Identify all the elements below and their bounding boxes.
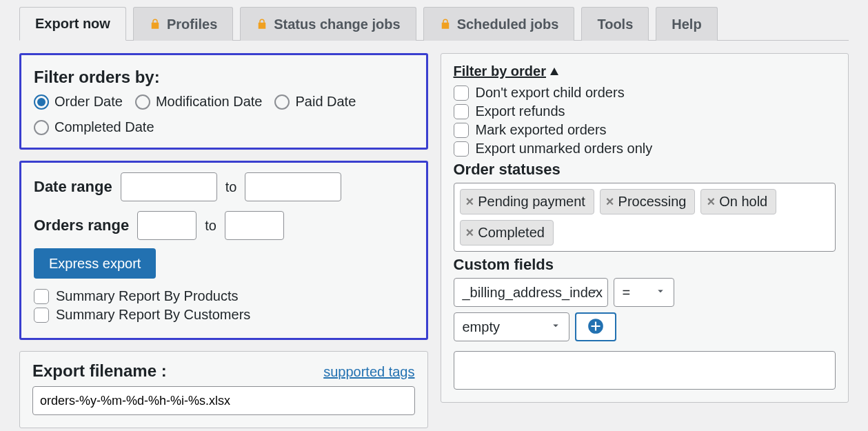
orders-range-to[interactable] [225,211,284,240]
radio-label: Completed Date [54,119,154,135]
tab-label: Profiles [167,17,217,32]
tab-export-now[interactable]: Export now [19,7,126,41]
tab-profiles[interactable]: Profiles [133,7,233,41]
checkbox-icon [454,86,469,101]
export-filename-input[interactable] [32,386,415,415]
plus-circle-icon [587,317,605,337]
checkbox-export-refunds[interactable]: Export refunds [454,103,836,119]
checkbox-icon [454,141,469,157]
tab-label: Scheduled jobs [457,17,559,32]
remove-tag-icon[interactable]: × [466,194,476,210]
checkbox-label: Mark exported orders [476,122,607,138]
checkbox-label: Export refunds [476,103,565,119]
button-label: Express export [49,256,141,271]
radio-paid-date[interactable]: Paid Date [274,94,356,110]
tab-label: Help [672,17,701,32]
tabs: Export now Profiles Status change jobs S… [19,7,849,41]
orders-range-to-label: to [205,218,216,234]
tab-tools[interactable]: Tools [581,7,649,41]
status-label: Processing [618,194,687,210]
radio-order-date[interactable]: Order Date [34,94,123,110]
radio-label: Order Date [54,94,123,110]
date-range-to-label: to [225,179,237,195]
express-export-button[interactable]: Express export [34,248,156,279]
chevron-down-icon [654,285,667,301]
checkbox-summary-products[interactable]: Summary Report By Products [34,288,414,304]
checkbox-summary-customers[interactable]: Summary Report By Customers [34,307,414,323]
lock-icon [439,18,452,30]
checkbox-label: Export unmarked orders only [476,141,653,157]
add-custom-field-button[interactable] [575,312,616,341]
panel-export-filename: Export filename : supported tags [19,351,428,428]
caret-up-icon [550,68,558,75]
status-label: Completed [478,225,545,241]
radio-icon [34,120,49,135]
status-tag: × Completed [460,220,554,245]
order-statuses-box[interactable]: × Pending payment × Processing × On hold… [454,183,836,252]
status-label: On hold [719,194,767,210]
custom-fields-title: Custom fields [454,256,836,274]
tab-label: Status change jobs [274,17,400,32]
checkbox-label: Don't export child orders [476,85,625,101]
orders-range-from[interactable] [137,211,196,240]
custom-field-select[interactable]: _billing_address_index [454,278,608,307]
custom-fields-list [454,351,836,390]
checkbox-mark-exported[interactable]: Mark exported orders [454,122,836,138]
supported-tags-link[interactable]: supported tags [323,364,414,380]
panel-ranges: Date range to Orders range to Express ex… [19,161,428,340]
radio-icon [135,94,150,110]
checkbox-dont-export-child[interactable]: Don't export child orders [454,85,836,101]
checkbox-icon [454,123,469,138]
checkbox-icon [34,289,49,304]
checkbox-export-unmarked-only[interactable]: Export unmarked orders only [454,141,836,157]
remove-tag-icon[interactable]: × [466,225,476,241]
select-value: _billing_address_index [463,285,603,301]
custom-field-value-select[interactable]: empty [454,312,569,341]
tab-label: Export now [35,16,110,32]
radio-label: Paid Date [295,94,356,110]
lock-icon [149,18,161,30]
checkbox-label: Summary Report By Customers [56,307,250,323]
status-tag: × Processing [600,189,696,214]
radio-icon [34,94,49,110]
radio-completed-date[interactable]: Completed Date [34,119,154,135]
radio-label: Modification Date [156,94,263,110]
order-statuses-title: Order statuses [454,161,836,179]
radio-modification-date[interactable]: Modification Date [135,94,263,110]
status-tag: × Pending payment [460,189,594,214]
date-range-from[interactable] [121,172,217,201]
tab-label: Tools [597,17,633,32]
panel-filter-orders-by: Filter orders by: Order Date Modificatio… [19,53,428,150]
filter-by-order-toggle[interactable]: Filter by order [454,63,558,79]
panel-filter-by-order: Filter by order Don't export child order… [441,53,849,403]
section-title: Filter by order [454,63,546,79]
custom-field-operator-select[interactable]: = [614,278,674,307]
radio-icon [274,94,290,110]
tab-status-change-jobs[interactable]: Status change jobs [240,7,416,41]
status-tag: × On hold [700,189,776,214]
tab-scheduled-jobs[interactable]: Scheduled jobs [423,7,575,41]
select-value: empty [463,319,500,335]
date-range-to[interactable] [245,172,341,201]
lock-icon [256,18,268,30]
select-value: = [623,285,631,301]
orders-range-label: Orders range [34,217,129,234]
date-range-label: Date range [34,178,112,196]
filter-orders-title: Filter orders by: [34,68,414,87]
remove-tag-icon[interactable]: × [606,194,616,210]
checkbox-label: Summary Report By Products [56,288,239,304]
export-filename-label: Export filename : [32,361,167,381]
tab-help[interactable]: Help [656,7,717,41]
status-label: Pending payment [478,194,585,210]
remove-tag-icon[interactable]: × [707,194,716,210]
checkbox-icon [454,104,469,119]
chevron-down-icon [549,319,562,335]
checkbox-icon [34,308,49,323]
